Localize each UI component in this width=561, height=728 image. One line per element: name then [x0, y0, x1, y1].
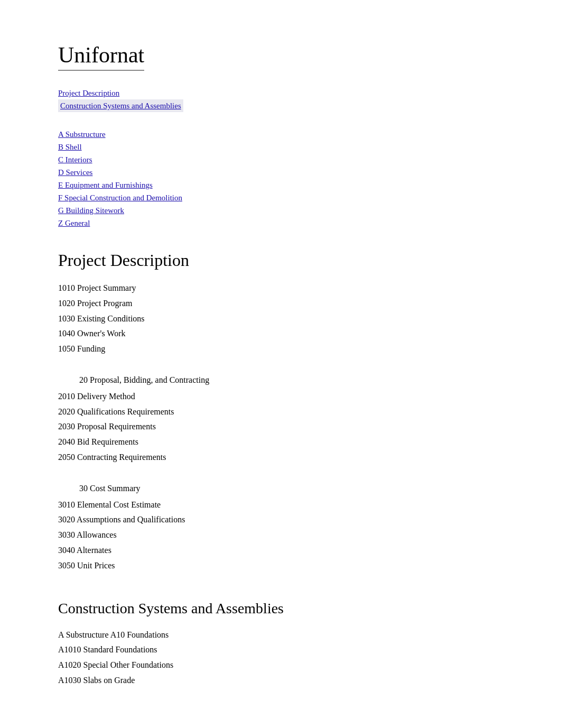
project-desc-group-3: 30 Cost Summary 3010 Elemental Cost Esti…: [58, 481, 503, 574]
nav-link-c-interiors[interactable]: C Interiors: [58, 153, 503, 166]
list-item: 3040 Alternates: [58, 543, 503, 558]
list-item: A1030 Slabs on Grade: [58, 673, 503, 688]
list-item: 2040 Bid Requirements: [58, 435, 503, 450]
list-item: 2030 Proposal Requirements: [58, 419, 503, 435]
list-item: 2050 Contracting Requirements: [58, 450, 503, 465]
list-item: 2010 Delivery Method: [58, 389, 503, 404]
nav-link-d-services[interactable]: D Services: [58, 166, 503, 179]
list-item: A Substructure A10 Foundations: [58, 628, 503, 643]
list-item: 3030 Allowances: [58, 528, 503, 543]
nav-link-project-description[interactable]: Project Description: [58, 87, 503, 99]
nav-link-g-sitework[interactable]: G Building Sitework: [58, 204, 503, 217]
project-desc-group-2: 20 Proposal, Bidding, and Contracting 20…: [58, 373, 503, 465]
list-item: 1040 Owner's Work: [58, 326, 503, 342]
nav-link-f-special[interactable]: F Special Construction and Demolition: [58, 191, 503, 204]
list-item: 1020 Project Program: [58, 296, 503, 311]
group-label: 30 Cost Summary: [79, 481, 503, 496]
list-item: 3050 Unit Prices: [58, 558, 503, 574]
list-item: 1050 Funding: [58, 342, 503, 357]
primary-nav: Project Description Construction Systems…: [58, 87, 503, 112]
list-item: A1020 Special Other Foundations: [58, 658, 503, 673]
construction-systems-heading: Construction Systems and Assemblies: [58, 600, 503, 617]
project-desc-group-1: 1010 Project Summary 1020 Project Progra…: [58, 281, 503, 357]
list-item: 3020 Assumptions and Qualifications: [58, 512, 503, 528]
list-item: 1030 Existing Conditions: [58, 311, 503, 327]
project-description-heading: Project Description: [58, 251, 503, 270]
nav-link-b-shell[interactable]: B Shell: [58, 141, 503, 153]
list-item: 1010 Project Summary: [58, 281, 503, 296]
construction-systems-group-1: A Substructure A10 Foundations A1010 Sta…: [58, 628, 503, 688]
nav-link-e-equipment[interactable]: E Equipment and Furnishings: [58, 179, 503, 191]
list-item: A1010 Standard Foundations: [58, 642, 503, 658]
nav-link-construction-systems[interactable]: Construction Systems and Assemblies: [58, 99, 183, 112]
group-label: 20 Proposal, Bidding, and Contracting: [79, 373, 503, 388]
nav-link-a-substructure[interactable]: A Substructure: [58, 128, 503, 141]
list-item: 3010 Elemental Cost Estimate: [58, 497, 503, 513]
page-title: Unifornat: [58, 42, 144, 71]
list-item: 2020 Qualifications Requirements: [58, 404, 503, 420]
nav-link-z-general[interactable]: Z General: [58, 217, 503, 229]
secondary-nav: A Substructure B Shell C Interiors D Ser…: [58, 128, 503, 229]
